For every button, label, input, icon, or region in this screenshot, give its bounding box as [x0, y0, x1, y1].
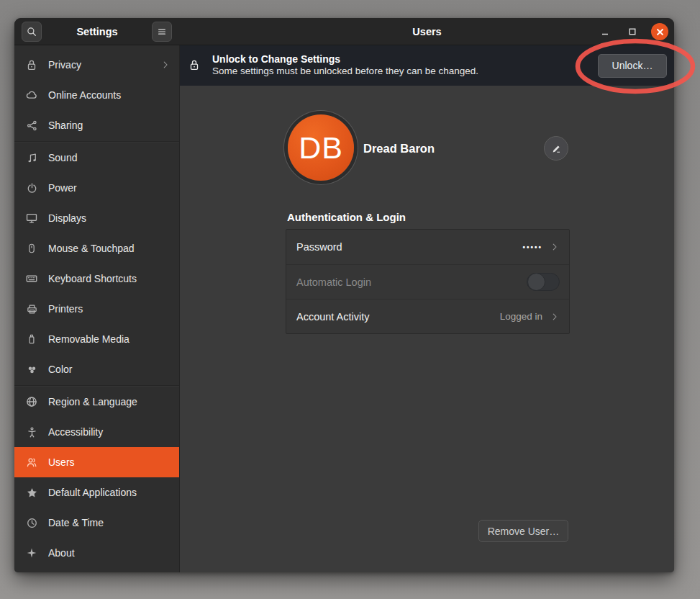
sidebar-item-keyboard-shortcuts[interactable]: Keyboard Shortcuts	[14, 264, 179, 294]
row-value: •••••	[522, 243, 542, 251]
sidebar-item-label: Mouse & Touchpad	[48, 243, 171, 254]
sidebar-item-removable-media[interactable]: Removable Media	[14, 324, 179, 354]
share-icon	[24, 118, 39, 132]
unlock-banner: Unlock to Change Settings Some settings …	[180, 45, 674, 86]
row-label: Password	[296, 241, 515, 253]
sidebar-item-label: Region & Language	[48, 396, 171, 407]
power-icon	[24, 181, 39, 195]
sidebar-item-label: Default Applications	[48, 487, 171, 498]
sidebar-item-label: Privacy	[48, 59, 151, 71]
sidebar-item-label: Accessibility	[48, 426, 171, 438]
user-avatar[interactable]: DB	[288, 114, 354, 181]
settings-window: Settings Users PrivacyOnline AccountsSha…	[14, 18, 674, 572]
sidebar-item-about[interactable]: About	[14, 538, 179, 568]
toggle-knob	[527, 273, 545, 291]
sidebar-item-label: Printers	[48, 303, 171, 315]
lock-icon	[188, 58, 202, 73]
sidebar-item-users[interactable]: Users	[14, 447, 179, 477]
sidebar-item-online-accounts[interactable]: Online Accounts	[14, 80, 179, 110]
row-value: Logged in	[500, 311, 542, 322]
sidebar-separator	[14, 385, 179, 386]
sidebar-item-sharing[interactable]: Sharing	[14, 110, 179, 140]
sidebar-item-displays[interactable]: Displays	[14, 203, 179, 233]
sidebar-item-sound[interactable]: Sound	[14, 143, 179, 173]
user-name: Dread Baron	[363, 142, 435, 156]
content-headerbar: Users	[180, 18, 674, 45]
cloud-icon	[24, 88, 39, 102]
chevron-right-icon	[160, 60, 171, 70]
headerbar: Settings Users	[14, 18, 674, 45]
clock-icon	[24, 515, 39, 530]
sidebar-item-label: Sharing	[48, 120, 171, 131]
sidebar-separator	[14, 141, 179, 142]
display-icon	[24, 211, 39, 225]
row-label: Account Activity	[296, 311, 493, 323]
globe-icon	[24, 395, 39, 409]
mouse-icon	[24, 241, 39, 256]
hamburger-menu-button[interactable]	[152, 22, 172, 42]
sidebar-item-date-time[interactable]: Date & Time	[14, 508, 179, 538]
sidebar-item-label: Removable Media	[48, 333, 171, 345]
minimize-button[interactable]	[596, 23, 614, 40]
sidebar-item-mouse-touchpad[interactable]: Mouse & Touchpad	[14, 233, 179, 264]
users-panel: DB Dread Baron Authentication & Login Pa…	[180, 86, 674, 572]
color-icon	[24, 362, 39, 377]
sidebar-item-accessibility[interactable]: Accessibility	[14, 417, 179, 447]
banner-subtitle: Some settings must be unlocked before th…	[212, 66, 588, 78]
sidebar: PrivacyOnline AccountsSharingSoundPowerD…	[14, 45, 180, 572]
sidebar-item-label: Sound	[48, 152, 171, 163]
sidebar-item-label: Displays	[48, 212, 171, 224]
auth-section-heading: Authentication & Login	[287, 211, 406, 223]
sidebar-item-label: Users	[48, 456, 171, 468]
chevron-right-icon	[550, 312, 560, 322]
printer-icon	[24, 302, 39, 316]
accessibility-icon	[24, 425, 39, 439]
close-button[interactable]	[651, 23, 668, 40]
sidebar-headerbar: Settings	[14, 18, 180, 45]
sidebar-item-privacy[interactable]: Privacy	[14, 50, 179, 80]
sidebar-item-label: Color	[48, 364, 171, 375]
users-icon	[24, 455, 39, 469]
removable-media-icon	[24, 332, 39, 346]
banner-title: Unlock to Change Settings	[212, 53, 588, 66]
remove-user-button[interactable]: Remove User…	[478, 520, 568, 542]
sidebar-item-power[interactable]: Power	[14, 173, 179, 203]
sidebar-item-region-language[interactable]: Region & Language	[14, 387, 179, 417]
maximize-button[interactable]	[624, 23, 641, 40]
sidebar-item-label: Power	[48, 182, 171, 194]
sidebar-item-printers[interactable]: Printers	[14, 294, 179, 324]
auth-list: Password•••••Automatic LoginAccount Acti…	[286, 229, 570, 334]
sidebar-item-label: Date & Time	[48, 517, 171, 528]
sidebar-item-color[interactable]: Color	[14, 354, 179, 384]
music-note-icon	[24, 150, 39, 165]
sidebar-item-label: Keyboard Shortcuts	[48, 273, 171, 284]
chevron-right-icon	[550, 242, 560, 252]
auth-row-automatic-login[interactable]: Automatic Login	[286, 264, 569, 299]
sidebar-item-default-applications[interactable]: Default Applications	[14, 477, 179, 508]
auth-row-password[interactable]: Password•••••	[286, 230, 569, 264]
window-controls	[596, 18, 668, 45]
sidebar-item-label: Online Accounts	[48, 89, 171, 101]
banner-text: Unlock to Change Settings Some settings …	[212, 53, 588, 78]
automatic-login-toggle[interactable]	[527, 273, 560, 291]
hamburger-menu-icon	[156, 26, 168, 37]
pencil-icon	[551, 143, 562, 154]
sparkle-icon	[24, 546, 39, 560]
star-icon	[24, 485, 39, 500]
edit-name-button[interactable]	[544, 136, 568, 161]
keyboard-icon	[24, 271, 39, 286]
row-label: Automatic Login	[296, 276, 519, 288]
lock-icon	[24, 58, 39, 72]
sidebar-item-label: About	[48, 547, 171, 559]
unlock-button[interactable]: Unlock…	[598, 54, 667, 78]
desktop-background: { "sidebar_header": { "title": "Settings…	[0, 0, 700, 599]
auth-row-account-activity[interactable]: Account ActivityLogged in	[286, 299, 569, 333]
